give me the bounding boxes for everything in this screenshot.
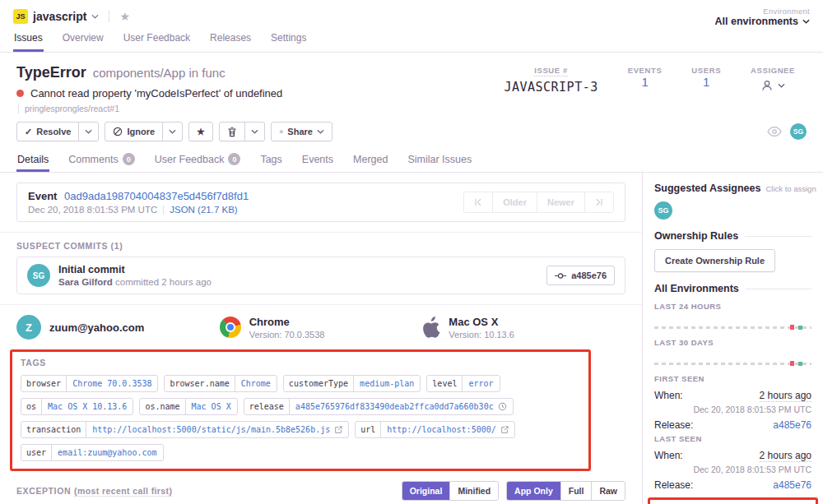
tag-value-link[interactable]: email:zuum@yahoo.com (51, 445, 162, 460)
tag-value-link[interactable]: http://localhost:5000/static/js/main.5b8… (86, 422, 348, 437)
ignore-button[interactable]: Ignore (105, 122, 183, 141)
first-event-button[interactable] (464, 192, 492, 212)
check-icon: ✓ (25, 127, 32, 137)
delete-button[interactable] (219, 122, 265, 141)
commit-sha-button[interactable]: a485e76 (546, 266, 615, 285)
divider (745, 236, 811, 237)
sparkline-release-marker (798, 362, 802, 366)
divider (163, 206, 164, 215)
tab-details[interactable]: Details (16, 148, 49, 172)
event-toolbar: Event 0ad9ada198704004837e5d456f7d8fd1 D… (16, 183, 625, 222)
events-count-link[interactable]: 1 (641, 75, 648, 89)
last-30-days-sparkline (654, 347, 811, 368)
error-level-dot (16, 90, 24, 97)
exception-heading: EXCEPTION (16, 486, 71, 496)
commit-author: Sara Gilford (58, 277, 113, 287)
issue-watch-area: SG (767, 123, 810, 140)
event-json-link[interactable]: JSON (21.7 KB) (170, 205, 237, 215)
tag-pill: urlhttp://localhost:5000/ (355, 421, 515, 438)
toggle-minified[interactable]: Minified (449, 482, 498, 500)
nav-user-feedback[interactable]: User Feedback (123, 28, 191, 52)
tab-events[interactable]: Events (301, 148, 334, 172)
tag-value-link[interactable]: Chrome (235, 376, 277, 391)
tab-user-feedback[interactable]: User Feedback0 (154, 148, 242, 172)
sidebar: Suggested Assignees Click to assign SG O… (642, 173, 823, 504)
share-status-dot: ● (279, 127, 283, 136)
tag-pill: browser.nameChrome (164, 375, 277, 392)
project-selector[interactable]: JS javascript (13, 9, 99, 24)
toggle-original[interactable]: Original (402, 482, 450, 500)
project-name: javascript (33, 10, 86, 23)
resolve-dropdown[interactable] (78, 123, 98, 141)
tag-value-link[interactable]: a485e765976df833490deab2ffca0dd7a660b30c (289, 399, 513, 414)
issue-stats: ISSUE # JAVASCRIPT-3 EVENTS 1 USERS 1 AS… (489, 64, 810, 113)
commit-icon (555, 271, 566, 280)
last-seen-release-link[interactable]: a485e76 (773, 479, 811, 491)
issue-title: TypeError (16, 64, 86, 81)
resolve-button[interactable]: ✓Resolve (16, 122, 99, 141)
last-24-hours-label: LAST 24 HOURS (654, 302, 811, 311)
delete-dropdown[interactable] (244, 123, 264, 141)
first-seen-release-link[interactable]: a485e76 (773, 419, 811, 431)
tab-comments[interactable]: Comments0 (67, 148, 135, 172)
tag-value-link[interactable]: Mac OS X (185, 399, 237, 414)
trash-icon (227, 127, 237, 137)
chevron-down-icon (317, 129, 324, 134)
issue-annotation[interactable]: pringlesprongles/react#1 (18, 104, 489, 113)
project-nav: Issues Overview User Feedback Releases S… (13, 28, 810, 52)
environment-selector[interactable]: All environments (715, 16, 810, 27)
exception-header: EXCEPTION (most recent call first) Origi… (16, 481, 625, 501)
project-row: JS javascript ★ Environment All environm… (13, 7, 810, 26)
newer-event-button[interactable]: Newer (537, 192, 584, 212)
sparkline-release-marker (798, 326, 802, 330)
tag-pill: customerTypemedium-plan (283, 375, 421, 392)
star-button[interactable]: ★ (188, 122, 213, 141)
first-seen-heading: FIRST SEEN (654, 374, 811, 383)
browser-version: Version: 70.0.3538 (249, 330, 325, 340)
share-button[interactable]: ● Share (271, 122, 332, 141)
toggle-raw[interactable]: Raw (591, 482, 625, 500)
older-event-button[interactable]: Older (492, 192, 537, 212)
tag-value-link[interactable]: error (462, 376, 499, 391)
bookmark-star-icon[interactable]: ★ (119, 11, 130, 22)
last-event-button[interactable] (584, 192, 613, 212)
event-id-link[interactable]: 0ad9ada198704004837e5d456f7d8fd1 (64, 190, 249, 202)
toggle-app-only[interactable]: App Only (507, 482, 560, 500)
nav-releases[interactable]: Releases (209, 28, 252, 52)
last-seen-heading: LAST SEEN (654, 434, 811, 443)
event-pagination: Older Newer (463, 192, 614, 213)
chevron-down-icon (802, 19, 810, 24)
tab-tags[interactable]: Tags (259, 148, 282, 172)
tag-value-link[interactable]: Mac OS X 10.13.6 (41, 399, 133, 414)
tag-value-link[interactable]: medium-plan (353, 376, 420, 391)
tag-value-link[interactable]: http://localhost:5000/ (380, 422, 514, 437)
linked-issues-annotation-box: Linked Issues pringlesprongles/react#1 × (648, 497, 818, 504)
tab-merged[interactable]: Merged (352, 148, 388, 172)
participant-avatar: SG (790, 123, 807, 140)
nav-issues[interactable]: Issues (13, 28, 44, 52)
first-seen-release-label: Release: (654, 419, 693, 431)
subscribe-eye-icon[interactable] (767, 126, 782, 137)
external-link-icon[interactable] (334, 426, 342, 434)
clock-icon (498, 402, 507, 411)
chevron-down-icon (778, 83, 785, 88)
environment-value: All environments (715, 16, 798, 27)
tab-similar-issues[interactable]: Similar Issues (407, 148, 472, 172)
first-page-icon (474, 198, 482, 206)
external-link-icon[interactable] (500, 426, 509, 434)
tag-value-link[interactable]: Chrome 70.0.3538 (66, 376, 157, 391)
mute-icon (113, 127, 123, 136)
toggle-full[interactable]: Full (560, 482, 592, 500)
nav-settings[interactable]: Settings (270, 28, 307, 52)
suggested-assignee-avatar[interactable]: SG (654, 201, 672, 220)
first-seen-when-label: When: (654, 390, 683, 401)
create-ownership-rule-button[interactable]: Create Ownership Rule (654, 249, 775, 272)
assignee-selector[interactable] (751, 79, 795, 92)
events-label: EVENTS (628, 66, 663, 75)
divider (109, 11, 109, 22)
all-environments-heading: All Environments (654, 283, 811, 294)
ignore-dropdown[interactable] (162, 123, 182, 141)
tag-pill: osMac OS X 10.13.6 (21, 398, 133, 415)
users-count-link[interactable]: 1 (703, 75, 709, 89)
nav-overview[interactable]: Overview (62, 28, 105, 52)
